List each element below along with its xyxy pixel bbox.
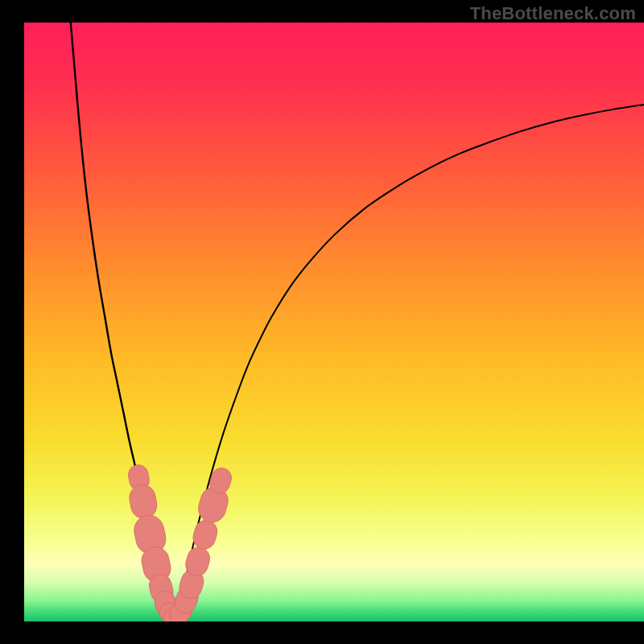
chart-svg [24,23,644,621]
gradient-background [24,23,644,621]
watermark-text: TheBottleneck.com [470,3,636,24]
outer-frame: TheBottleneck.com [0,0,644,644]
plot-area [24,23,644,621]
